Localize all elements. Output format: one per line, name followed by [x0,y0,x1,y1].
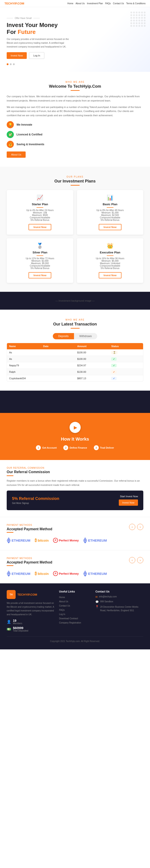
how-it-works-section: ▶ How It Works 1 Get Account 2 Define Fi… [0,413,150,460]
nav-contact[interactable]: Contact Us [113,2,124,5]
row4-status: ✓ [109,375,143,381]
row3-status: ✓ [109,369,143,375]
basic-name: Basic Plan [81,203,139,206]
plan-starter: 📈 Starter Plan Up to 4% for After 24 Hou… [7,190,73,235]
row4-date [41,375,75,381]
pm2-next-btn[interactable]: › [137,557,143,563]
step-1-circle: 1 [36,445,41,450]
innovate-label: We Innovate [16,123,32,126]
logo: TECHYIP.COM [4,2,24,5]
row0-amount: $100.00 [75,349,109,355]
starter-compound: Compound Available [11,216,69,219]
executive-name: Executive Plan [81,251,139,254]
members-count: 19 [13,619,22,622]
deposits-label: Total Deposited [13,629,28,632]
footer-link-contact[interactable]: Contact Us [59,604,70,607]
tab-withdraws[interactable]: Withdraws [74,333,97,339]
pm1-pm-logo: P Perfect Money [53,538,79,543]
step-3-num: 3 Trad Deliver [94,445,114,450]
starter-divider [37,207,43,208]
footer-link-faqs[interactable]: FAQs [59,609,65,611]
footer-logo-icon: TH [7,590,15,599]
about-us-button[interactable]: About Us [7,152,26,158]
pm2-prev-btn[interactable]: ‹ [129,557,135,563]
footer-link-home[interactable]: Home [59,596,65,598]
nav-home[interactable]: Home [67,2,73,5]
transaction-section: WHO WE ARE Our Latest Transaction Deposi… [0,310,150,391]
step-2: 2 Define Finance [63,445,87,451]
nav-investment[interactable]: Investment Plan [87,2,103,5]
silver-max: Maximum: $5,000 [11,262,69,265]
pm2-title: Accepted Payment Method [7,560,52,564]
footer-links-list: Home About Us Contact Us FAQs Log In Dow… [59,595,91,624]
silver-min: Minimum: $2,000 [11,260,69,262]
pm2-logos: ETHEREUM ₿ bitcoin P Perfect Money ETHER… [7,570,143,577]
executive-invest-btn[interactable]: Invest Now [99,272,121,278]
row0-date [41,349,75,355]
row3-date [41,369,75,375]
plans-underline [71,185,80,186]
play-button[interactable]: ▶ [70,422,81,433]
silver-name: Silver Plan [11,251,69,254]
dark-overlay-content: — Investment background image — [55,299,95,302]
referral-section: OUR REFERRAL COMMISSION Our Referral Com… [0,460,150,517]
footer-contact-section: Contact Us ✉ info@techyip.com 💬 999 Sand… [96,590,143,632]
nav-faqs[interactable]: FAQs [105,2,111,5]
pm2-eth2-logo: ETHEREUM [83,570,107,577]
footer: TH TECHYIP.COM We provide a full investm… [0,583,150,649]
login-hero-button[interactable]: Log In [29,52,44,59]
th-amount: Amount [75,343,109,349]
th-name: Name [7,343,41,349]
pm2-nav: ‹ › [129,557,143,563]
basic-invest-btn[interactable]: Invest Now [99,224,121,230]
plans-title: Our Investment Plans [7,179,143,184]
pm1-label: PAYMENT METHODS [7,524,52,526]
silver-invest-btn[interactable]: Invest Now [29,272,51,278]
contact-email-link[interactable]: info@techyip.com [99,595,117,598]
tx-table: Name Date Amount Status As $100.00 ⏳ As … [7,343,143,382]
pm1-prev-btn[interactable]: ‹ [129,524,135,530]
contact-address: 📍 29 Devonshire Business Centre Works Ro… [96,605,143,612]
row1-name: As [7,356,41,362]
pm1-btc-logo: ₿ bitcoin [35,538,48,543]
footer-link-about[interactable]: About Us [59,600,68,603]
tx-title: Our Latest Transaction [7,322,143,327]
dot-2 [10,63,11,65]
money-icon: 💵 [7,627,11,631]
step-1-label: Get Account [42,446,57,449]
row1-amount: $100.00 [75,356,109,362]
footer-grid: TH TECHYIP.COM We provide a full investm… [7,590,143,632]
hero-buttons: Invest Now Log In [7,52,143,59]
invest-now-hero-button[interactable]: Invest Now [7,52,27,59]
silver-bonus: 5% Referral Bonus [11,267,69,270]
starter-invest-btn[interactable]: Invest Now [29,224,51,230]
hero-dots [7,63,143,65]
plan-executive: 👑 Executive Plan Up to 16% for After 96 … [77,238,144,283]
pm1-next-btn[interactable]: › [137,524,143,530]
referral-cta-text: Start Invest Now [119,495,138,498]
step-1: 1 Get Account [36,445,57,451]
plan-basic: 📊 Basic Plan Up to 8% for After 48 Hours… [77,190,144,235]
contact-skype-text: 999 Sandbox [100,600,113,603]
footer-link-download[interactable]: Download Contract [59,617,78,620]
hero-description: Our company provides a full investment s… [7,37,71,49]
skype-icon: 💬 [96,600,99,603]
step-2-num: 2 Define Finance [63,445,87,450]
nav-about[interactable]: About Us [76,2,85,5]
play-icon: ▶ [74,425,77,430]
referral-invest-btn[interactable]: Invest Now [119,499,138,506]
referral-box-right: Start Invest Now Invest Now [119,495,138,506]
executive-min: Minimum: $5,000 [81,260,139,262]
referral-underline [7,475,13,476]
footer-link-login[interactable]: Log In [59,613,65,616]
footer-brand: TECHYIP.COM [17,593,37,596]
tab-deposits[interactable]: Deposits [53,333,74,339]
header: TECHYIP.COM Home About Us Investment Pla… [0,0,150,7]
footer-link-company[interactable]: Company Registration [59,621,81,624]
stat-deposits-values: $60999 Total Deposited [13,626,28,632]
referral-box-title: 5% Referral Commission [12,496,59,501]
dark-bg-area: — Investment background image — [0,292,150,310]
row2-status: ✓ [109,362,143,369]
nav-terms[interactable]: Terms & Conditions [126,2,146,5]
step-1-num: 1 Get Account [36,445,57,450]
